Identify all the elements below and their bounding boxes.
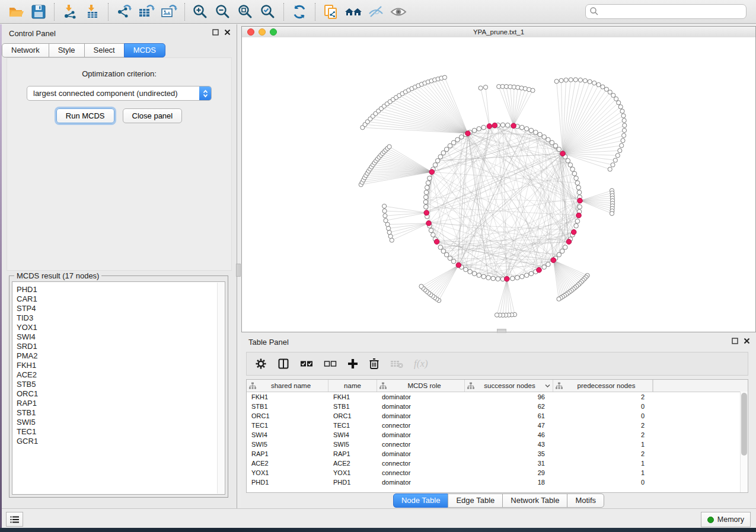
table-row-PHD1[interactable]: PHD1PHD1dominator180 — [247, 477, 748, 487]
zoom-in-button[interactable] — [189, 2, 212, 21]
table-row-RAP1[interactable]: RAP1RAP1dominator352 — [247, 449, 748, 459]
close-window-icon[interactable] — [247, 28, 254, 36]
table-row-ACE2[interactable]: ACE2ACE2connector311 — [247, 459, 748, 468]
cell-successor-nodes[interactable]: 43 — [465, 440, 553, 449]
float-panel-icon[interactable] — [212, 29, 219, 36]
minimize-window-icon[interactable] — [259, 28, 266, 36]
cell-MCDS-role[interactable]: connector — [377, 440, 465, 449]
cell-successor-nodes[interactable]: 31 — [465, 459, 553, 468]
close-panel-icon[interactable] — [744, 338, 750, 344]
table-tab-edge-table[interactable]: Edge Table — [448, 493, 503, 508]
search-input[interactable] — [585, 4, 747, 19]
result-list-scrollbar[interactable] — [217, 283, 224, 493]
first-neighbors-button[interactable] — [342, 2, 365, 21]
cell-MCDS-role[interactable]: dominator — [377, 449, 465, 459]
close-panel-button[interactable]: Close panel — [123, 108, 183, 123]
table-row-SWI5[interactable]: SWI5SWI5connector431 — [247, 440, 748, 449]
cell-MCDS-role[interactable]: dominator — [377, 402, 465, 411]
table-scrollbar-thumb[interactable] — [741, 393, 747, 456]
cell-predecessor-nodes[interactable]: 2 — [553, 392, 653, 402]
apply-layout-button[interactable] — [288, 2, 311, 21]
column-header-predecessor-nodes[interactable]: predecessor nodes — [553, 380, 653, 392]
select-all-columns-button[interactable] — [300, 360, 313, 368]
create-column-button[interactable] — [347, 358, 358, 369]
cell-MCDS-role[interactable]: dominator — [377, 477, 465, 487]
network-graph[interactable] — [242, 37, 755, 332]
optimization-criterion-select[interactable]: largest connected component (undirected) — [27, 86, 212, 101]
cell-shared-name[interactable]: STB1 — [247, 402, 328, 411]
cell-name[interactable]: RAP1 — [328, 449, 377, 459]
float-panel-icon[interactable] — [732, 338, 738, 344]
export-image-button[interactable] — [158, 2, 180, 21]
table-row-TEC1[interactable]: TEC1TEC1connector472 — [247, 421, 748, 430]
cell-MCDS-role[interactable]: dominator — [377, 430, 465, 440]
show-panels-button[interactable] — [6, 512, 23, 527]
cell-MCDS-role[interactable]: dominator — [377, 411, 465, 421]
table-tab-motifs[interactable]: Motifs — [567, 493, 604, 508]
mcds-result-list[interactable]: PHD1CAR1STP4TID3YOX1SWI4SRD1PMA2FKH1ACE2… — [12, 281, 225, 495]
cell-shared-name[interactable]: TEC1 — [247, 421, 328, 430]
cell-name[interactable]: YOX1 — [328, 468, 377, 477]
tab-style[interactable]: Style — [49, 43, 85, 57]
cell-successor-nodes[interactable]: 18 — [465, 477, 553, 487]
column-header-successor-nodes[interactable]: successor nodes — [465, 380, 553, 392]
tab-network[interactable]: Network — [2, 43, 49, 57]
column-header-MCDS-role[interactable]: MCDS role — [377, 380, 465, 392]
table-tab-node-table[interactable]: Node Table — [393, 493, 449, 508]
cell-predecessor-nodes[interactable]: 2 — [553, 421, 653, 430]
cell-successor-nodes[interactable]: 61 — [465, 411, 553, 421]
zoom-out-button[interactable] — [212, 2, 234, 21]
save-session-button[interactable] — [27, 2, 50, 21]
cell-predecessor-nodes[interactable]: 2 — [553, 449, 653, 459]
table-settings-button[interactable] — [255, 358, 267, 370]
cell-name[interactable]: ACE2 — [328, 459, 377, 468]
cell-predecessor-nodes[interactable]: 0 — [553, 477, 653, 487]
show-all-button[interactable] — [387, 2, 410, 21]
tab-mcds[interactable]: MCDS — [124, 43, 165, 57]
cell-successor-nodes[interactable]: 47 — [465, 421, 553, 430]
cell-name[interactable]: PHD1 — [328, 477, 377, 487]
cell-predecessor-nodes[interactable]: 1 — [553, 468, 653, 477]
delete-column-button[interactable] — [369, 358, 379, 370]
maximize-window-icon[interactable] — [270, 28, 277, 36]
cell-shared-name[interactable]: ORC1 — [247, 411, 328, 421]
cell-name[interactable]: FKH1 — [328, 392, 377, 402]
export-network-button[interactable] — [113, 2, 135, 21]
cell-name[interactable]: ORC1 — [328, 411, 377, 421]
deselect-all-columns-button[interactable] — [324, 360, 337, 368]
table-row-ORC1[interactable]: ORC1ORC1dominator610 — [247, 411, 748, 421]
import-table-button[interactable] — [81, 2, 104, 21]
cell-successor-nodes[interactable]: 35 — [465, 449, 553, 459]
cell-predecessor-nodes[interactable]: 1 — [553, 440, 653, 449]
cell-shared-name[interactable]: ACE2 — [247, 459, 328, 468]
cell-predecessor-nodes[interactable]: 0 — [553, 411, 653, 421]
cell-shared-name[interactable]: PHD1 — [247, 477, 328, 487]
table-row-YOX1[interactable]: YOX1YOX1connector291 — [247, 468, 748, 477]
cell-successor-nodes[interactable]: 29 — [465, 468, 553, 477]
cell-MCDS-role[interactable]: connector — [377, 421, 465, 430]
column-header-name[interactable]: name — [328, 380, 377, 392]
network-window-titlebar[interactable]: YPA_prune.txt_1 — [242, 27, 755, 38]
zoom-fit-button[interactable] — [234, 2, 257, 21]
table-scrollbar[interactable] — [740, 392, 748, 492]
run-mcds-button[interactable]: Run MCDS — [56, 108, 114, 123]
show-columns-button[interactable] — [277, 358, 289, 370]
cell-predecessor-nodes[interactable]: 1 — [553, 459, 653, 468]
cell-shared-name[interactable]: YOX1 — [247, 468, 328, 477]
table-row-STB1[interactable]: STB1STB1dominator620 — [247, 402, 748, 411]
horizontal-splitter-grip[interactable] — [497, 329, 506, 333]
cell-name[interactable]: SWI4 — [328, 430, 377, 440]
cell-predecessor-nodes[interactable]: 2 — [553, 430, 653, 440]
cell-name[interactable]: STB1 — [328, 402, 377, 411]
export-table-button[interactable] — [135, 2, 158, 21]
cell-shared-name[interactable]: SWI4 — [247, 430, 328, 440]
cell-MCDS-role[interactable]: connector — [377, 468, 465, 477]
table-row-SWI4[interactable]: SWI4SWI4dominator462 — [247, 430, 748, 440]
cell-predecessor-nodes[interactable]: 0 — [553, 402, 653, 411]
clone-network-button[interactable] — [320, 2, 342, 21]
memory-button[interactable]: Memory — [701, 512, 751, 527]
network-canvas[interactable] — [242, 37, 755, 332]
zoom-selected-button[interactable] — [257, 2, 279, 21]
cell-successor-nodes[interactable]: 46 — [465, 430, 553, 440]
cell-shared-name[interactable]: SWI5 — [247, 440, 328, 449]
